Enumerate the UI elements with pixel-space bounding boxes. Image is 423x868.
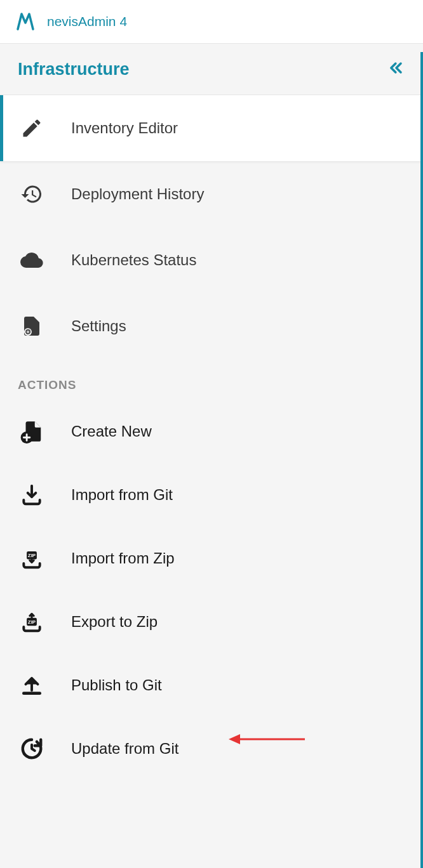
action-export-to-zip[interactable]: ZIP Export to Zip — [0, 590, 423, 654]
action-label: Create New — [71, 423, 152, 440]
action-publish-to-git[interactable]: Publish to Git — [0, 654, 423, 717]
action-create-new[interactable]: Create New — [0, 400, 423, 463]
action-label: Export to Zip — [71, 613, 158, 631]
section-header: Infrastructure — [0, 44, 423, 95]
zip-up-icon: ZIP — [18, 608, 46, 636]
nav-item-label: Inventory Editor — [71, 119, 178, 137]
action-label: Publish to Git — [71, 676, 162, 694]
svg-text:ZIP: ZIP — [28, 619, 36, 625]
cloud-icon — [18, 246, 46, 274]
section-title: Infrastructure — [18, 60, 130, 79]
right-border — [420, 52, 423, 868]
app-header: nevisAdmin 4 — [0, 0, 423, 44]
app-title: nevisAdmin 4 — [47, 14, 127, 29]
nav-item-deployment-history[interactable]: Deployment History — [0, 161, 423, 227]
download-icon — [18, 481, 46, 509]
file-gear-icon — [18, 312, 46, 340]
app-logo — [15, 11, 36, 32]
nav-item-kubernetes-status[interactable]: Kubernetes Status — [0, 227, 423, 293]
action-update-from-git[interactable]: Update from Git — [0, 717, 423, 780]
actions-section-label: ACTIONS — [0, 359, 423, 400]
action-label: Import from Git — [71, 486, 173, 504]
action-import-from-zip[interactable]: ZIP Import from Zip — [0, 527, 423, 590]
refresh-icon — [18, 735, 46, 763]
nav-item-settings[interactable]: Settings — [0, 293, 423, 359]
action-import-from-git[interactable]: Import from Git — [0, 463, 423, 527]
action-label: Import from Zip — [71, 549, 175, 567]
edit-icon — [18, 114, 46, 142]
nav-item-label: Deployment History — [71, 185, 204, 203]
history-icon — [18, 180, 46, 208]
svg-text:ZIP: ZIP — [28, 553, 36, 558]
upload-icon — [18, 671, 46, 699]
collapse-icon[interactable] — [387, 59, 405, 79]
action-label: Update from Git — [71, 740, 178, 758]
file-plus-icon — [18, 418, 46, 445]
zip-down-icon: ZIP — [18, 544, 46, 572]
nav-item-label: Kubernetes Status — [71, 251, 196, 269]
nav-item-inventory-editor[interactable]: Inventory Editor — [0, 95, 423, 161]
nav-item-label: Settings — [71, 317, 126, 335]
